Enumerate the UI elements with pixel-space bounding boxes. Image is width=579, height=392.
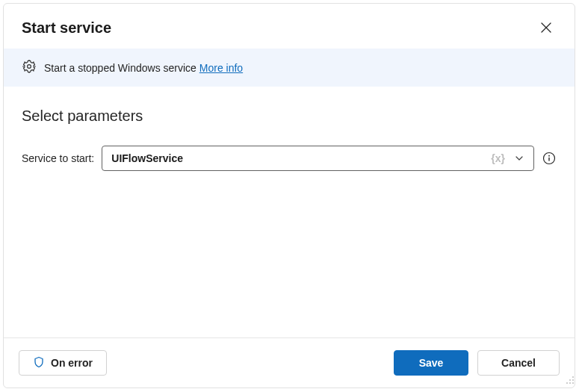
info-bar: Start a stopped Windows service More inf… [4, 49, 575, 87]
shield-icon [33, 356, 45, 370]
footer-actions: Save Cancel [394, 350, 560, 376]
cancel-button[interactable]: Cancel [477, 350, 560, 376]
svg-point-6 [569, 379, 571, 381]
save-button[interactable]: Save [394, 350, 468, 376]
dialog-content: Select parameters Service to start: UIFl… [4, 87, 575, 337]
svg-point-5 [572, 379, 574, 381]
svg-point-9 [566, 382, 568, 384]
svg-point-7 [572, 382, 574, 384]
svg-point-4 [572, 376, 574, 378]
svg-point-8 [569, 382, 571, 384]
start-service-dialog: Start service Start a stopped Windows se… [3, 3, 575, 388]
svg-point-2 [548, 155, 550, 157]
dialog-title: Start service [22, 19, 111, 37]
svg-rect-3 [548, 158, 549, 161]
more-info-link[interactable]: More info [199, 62, 243, 74]
info-text: Start a stopped Windows service More inf… [44, 62, 243, 74]
on-error-button[interactable]: On error [19, 350, 107, 376]
service-to-start-label: Service to start: [22, 152, 94, 164]
service-to-start-value: UIFlowService [111, 152, 486, 164]
parameters-heading: Select parameters [22, 108, 557, 125]
chevron-down-icon[interactable] [510, 153, 529, 164]
variable-token-icon[interactable]: {x} [491, 152, 505, 164]
on-error-label: On error [51, 357, 93, 369]
info-icon[interactable] [542, 151, 557, 166]
service-to-start-row: Service to start: UIFlowService {x} [22, 146, 557, 171]
dialog-footer: On error Save Cancel [4, 337, 575, 388]
service-to-start-combobox[interactable]: UIFlowService {x} [102, 146, 534, 171]
resize-grip-icon[interactable] [566, 374, 575, 388]
close-icon [541, 22, 551, 33]
gear-icon [22, 59, 37, 76]
svg-point-0 [28, 65, 31, 69]
dialog-header: Start service [4, 4, 575, 49]
close-button[interactable] [536, 17, 557, 38]
